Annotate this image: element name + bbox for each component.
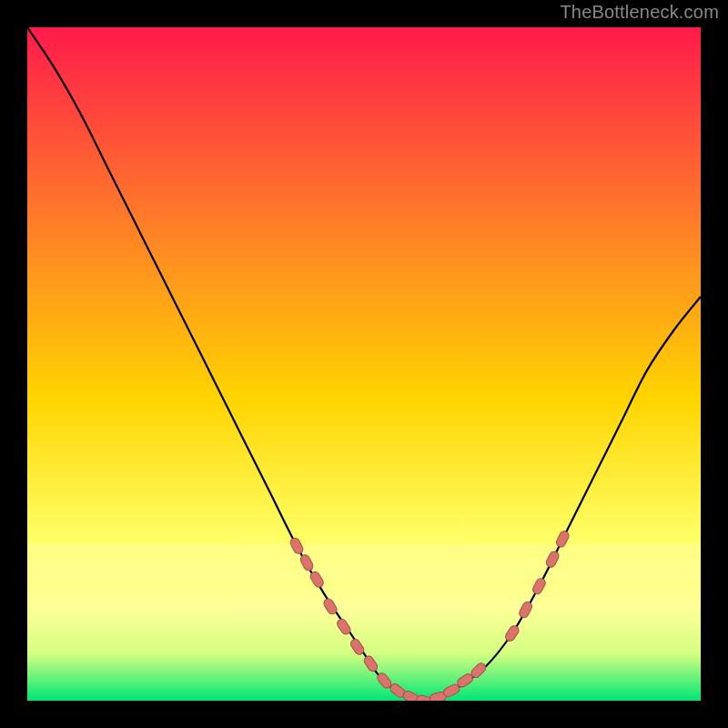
bottleneck-chart bbox=[27, 27, 701, 701]
watermark-text: TheBottleneck.com bbox=[560, 2, 719, 23]
highlight-band bbox=[27, 544, 701, 581]
gradient-background bbox=[27, 27, 701, 701]
frame: TheBottleneck.com bbox=[0, 0, 728, 728]
plot-area bbox=[27, 27, 701, 701]
